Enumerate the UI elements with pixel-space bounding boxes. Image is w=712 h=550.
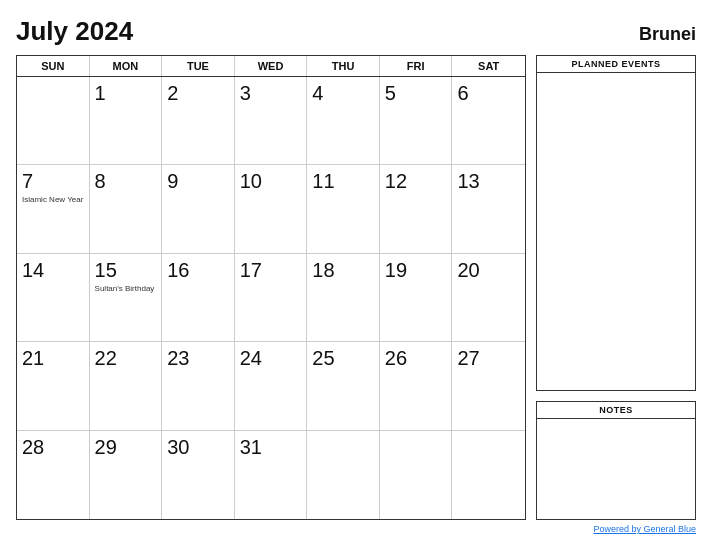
table-row: 31 [235, 431, 308, 519]
header-wed: WED [235, 56, 308, 76]
table-row: 5 [380, 77, 453, 165]
table-row: 12 [380, 165, 453, 253]
table-row: 22 [90, 342, 163, 430]
planned-events-box: PLANNED EVENTS [536, 55, 696, 391]
planned-events-header: PLANNED EVENTS [537, 56, 695, 73]
sidebar: PLANNED EVENTS NOTES [536, 55, 696, 520]
main-content: SUN MON TUE WED THU FRI SAT 1234567Islam… [16, 55, 696, 520]
table-row: 4 [307, 77, 380, 165]
table-row: 24 [235, 342, 308, 430]
day-number: 30 [167, 435, 229, 459]
calendar-header: July 2024 Brunei [16, 16, 696, 47]
table-row: 11 [307, 165, 380, 253]
day-number: 4 [312, 81, 374, 105]
notes-header: NOTES [537, 402, 695, 419]
day-number: 6 [457, 81, 520, 105]
day-number: 3 [240, 81, 302, 105]
table-row: 15Sultan's Birthday [90, 254, 163, 342]
day-headers-row: SUN MON TUE WED THU FRI SAT [17, 56, 525, 77]
event-label: Islamic New Year [22, 195, 84, 205]
table-row: 3 [235, 77, 308, 165]
table-row: 16 [162, 254, 235, 342]
table-row: 18 [307, 254, 380, 342]
day-number: 26 [385, 346, 447, 370]
table-row: 20 [452, 254, 525, 342]
table-row: 7Islamic New Year [17, 165, 90, 253]
day-number: 18 [312, 258, 374, 282]
country-title: Brunei [639, 24, 696, 45]
table-row: 30 [162, 431, 235, 519]
month-year-title: July 2024 [16, 16, 133, 47]
day-number: 28 [22, 435, 84, 459]
day-number: 22 [95, 346, 157, 370]
footer: Powered by General Blue [16, 524, 696, 534]
table-row [380, 431, 453, 519]
day-number: 9 [167, 169, 229, 193]
table-row: 8 [90, 165, 163, 253]
day-number: 16 [167, 258, 229, 282]
day-number: 1 [95, 81, 157, 105]
day-number: 10 [240, 169, 302, 193]
planned-events-body [537, 73, 695, 390]
table-row: 2 [162, 77, 235, 165]
calendar-page: July 2024 Brunei SUN MON TUE WED THU FRI… [0, 0, 712, 550]
day-number: 13 [457, 169, 520, 193]
notes-box: NOTES [536, 401, 696, 520]
day-number: 11 [312, 169, 374, 193]
table-row: 19 [380, 254, 453, 342]
day-number: 8 [95, 169, 157, 193]
day-number: 5 [385, 81, 447, 105]
table-row: 25 [307, 342, 380, 430]
day-number: 27 [457, 346, 520, 370]
day-number: 15 [95, 258, 157, 282]
day-number: 24 [240, 346, 302, 370]
day-number: 29 [95, 435, 157, 459]
day-number: 31 [240, 435, 302, 459]
header-fri: FRI [380, 56, 453, 76]
header-tue: TUE [162, 56, 235, 76]
calendar-grid: 1234567Islamic New Year89101112131415Sul… [17, 77, 525, 519]
table-row: 14 [17, 254, 90, 342]
header-sat: SAT [452, 56, 525, 76]
header-sun: SUN [17, 56, 90, 76]
day-number: 7 [22, 169, 84, 193]
table-row [307, 431, 380, 519]
day-number: 20 [457, 258, 520, 282]
table-row: 17 [235, 254, 308, 342]
day-number: 12 [385, 169, 447, 193]
day-number: 14 [22, 258, 84, 282]
day-number: 21 [22, 346, 84, 370]
calendar-section: SUN MON TUE WED THU FRI SAT 1234567Islam… [16, 55, 526, 520]
table-row: 26 [380, 342, 453, 430]
table-row: 29 [90, 431, 163, 519]
day-number: 17 [240, 258, 302, 282]
table-row: 23 [162, 342, 235, 430]
header-mon: MON [90, 56, 163, 76]
table-row: 10 [235, 165, 308, 253]
table-row: 1 [90, 77, 163, 165]
table-row: 6 [452, 77, 525, 165]
table-row: 9 [162, 165, 235, 253]
powered-by-link[interactable]: Powered by General Blue [593, 524, 696, 534]
table-row: 13 [452, 165, 525, 253]
table-row: 28 [17, 431, 90, 519]
day-number: 23 [167, 346, 229, 370]
notes-body [537, 419, 695, 519]
event-label: Sultan's Birthday [95, 284, 157, 294]
table-row [452, 431, 525, 519]
table-row: 27 [452, 342, 525, 430]
header-thu: THU [307, 56, 380, 76]
day-number: 25 [312, 346, 374, 370]
day-number: 2 [167, 81, 229, 105]
table-row [17, 77, 90, 165]
day-number: 19 [385, 258, 447, 282]
table-row: 21 [17, 342, 90, 430]
